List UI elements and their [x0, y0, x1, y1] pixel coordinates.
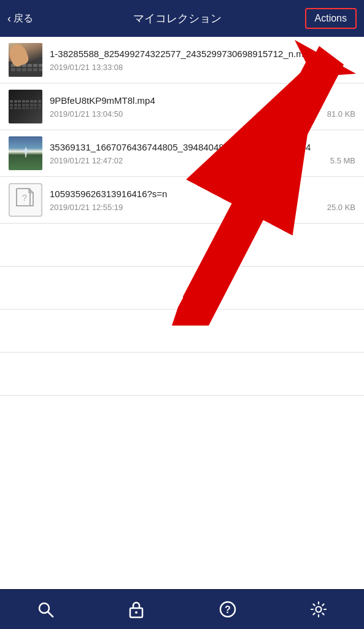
empty-row	[0, 224, 364, 267]
empty-row	[0, 310, 364, 353]
list-item[interactable]: 9PBfeU8tKP9mMT8l.mp4 2019/01/21 13:04:50…	[0, 84, 364, 130]
file-thumbnail-placeholder: ?	[9, 183, 42, 217]
help-icon: ?	[219, 601, 236, 618]
empty-row	[0, 267, 364, 310]
nav-settings[interactable]	[300, 594, 337, 625]
file-name: 35369131_1667076436744805_39484048344025…	[50, 141, 355, 154]
svg-text:?: ?	[22, 193, 27, 203]
file-meta: 2019/01/21 13:33:08	[50, 63, 355, 72]
svg-point-14	[316, 607, 321, 612]
svg-text:?: ?	[225, 604, 231, 615]
file-name: 1-38285588_825499274322577_2435299730698…	[50, 48, 355, 60]
file-date: 2019/01/21 13:04:50	[50, 109, 123, 119]
back-chevron-icon: ‹	[7, 12, 11, 25]
back-button[interactable]: ‹ 戻る	[7, 12, 50, 25]
svg-point-11	[135, 611, 137, 614]
list-item[interactable]: 35369131_1667076436744805_39484048344025…	[0, 130, 364, 177]
nav-lock[interactable]	[118, 594, 155, 625]
file-date: 2019/01/21 12:47:02	[50, 156, 123, 165]
back-label: 戻る	[14, 12, 33, 25]
file-info: 9PBfeU8tKP9mMT8l.mp4 2019/01/21 13:04:50…	[50, 95, 355, 119]
file-info: 105935962631391641​6?s=n 2019/01/21 12:5…	[50, 188, 355, 212]
file-thumbnail	[9, 90, 42, 123]
nav-search[interactable]	[27, 594, 64, 625]
document-icon: ?	[15, 188, 36, 213]
list-item[interactable]: ? 105935962631391641​6?s=n 2019/01/21 12…	[0, 177, 364, 224]
actions-button[interactable]: Actions	[305, 8, 357, 29]
file-thumbnail	[9, 136, 42, 170]
file-size: 25.0 KB	[327, 203, 355, 212]
file-meta: 2019/01/21 12:47:02 5.5 MB	[50, 156, 355, 165]
file-name: 105935962631391641​6?s=n	[50, 188, 355, 200]
empty-row	[0, 353, 364, 396]
nav-help[interactable]: ?	[209, 594, 246, 625]
list-item[interactable]: 1-38285588_825499274322577_2435299730698…	[0, 37, 364, 84]
page-title: マイコレクション	[50, 11, 305, 26]
bottom-nav: ?	[0, 589, 364, 629]
file-thumbnail	[9, 43, 42, 77]
lock-icon	[128, 600, 144, 619]
file-info: 35369131_1667076436744805_39484048344025…	[50, 141, 355, 165]
file-size: 81.0 KB	[327, 109, 355, 119]
file-name: 9PBfeU8tKP9mMT8l.mp4	[50, 95, 355, 107]
app-container: ‹ 戻る マイコレクション Actions	[0, 0, 364, 629]
file-date: 2019/01/21 12:55:19	[50, 203, 123, 212]
file-meta: 2019/01/21 12:55:19 25.0 KB	[50, 203, 355, 212]
settings-icon	[310, 601, 327, 618]
file-size: 5.5 MB	[330, 156, 355, 165]
file-list: 1-38285588_825499274322577_2435299730698…	[0, 37, 364, 589]
file-date: 2019/01/21 13:33:08	[50, 63, 123, 72]
header: ‹ 戻る マイコレクション Actions	[0, 0, 364, 37]
file-info: 1-38285588_825499274322577_2435299730698…	[50, 48, 355, 72]
file-meta: 2019/01/21 13:04:50 81.0 KB	[50, 109, 355, 119]
search-icon	[37, 601, 54, 618]
svg-line-9	[48, 612, 53, 617]
